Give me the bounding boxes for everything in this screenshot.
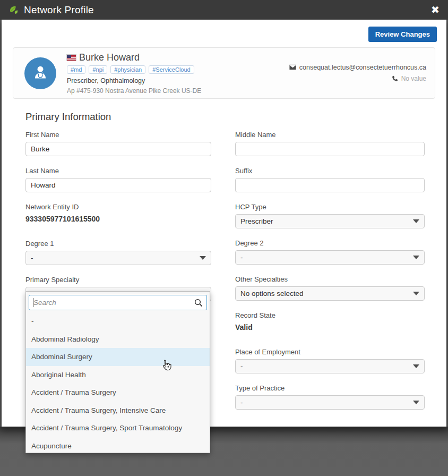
- modal-titlebar: Network Profile ✖: [0, 0, 448, 20]
- field-degree-1: Degree 1 -: [25, 240, 211, 265]
- specialty-search-input[interactable]: [29, 295, 207, 310]
- tag-servicecloud: #ServiceCloud: [149, 65, 194, 74]
- other-specialties-select[interactable]: No options selected: [235, 286, 425, 301]
- record-state-label: Record State: [235, 311, 425, 319]
- primary-specialty-dropdown-panel: - Abdominal Radiology Abdominal Surgery …: [25, 291, 210, 453]
- tag-md: #md: [67, 65, 85, 74]
- us-flag-icon: [67, 55, 76, 61]
- actions-row: Review Changes: [2, 20, 446, 45]
- degree-1-value: -: [31, 254, 33, 262]
- middle-name-input[interactable]: [235, 142, 425, 156]
- phone-line: No value: [289, 75, 426, 82]
- caret-down-icon: [413, 364, 419, 368]
- other-specialties-value: No options selected: [240, 290, 304, 298]
- window-title: Network Profile: [24, 4, 94, 16]
- avatar: [24, 57, 56, 89]
- field-other-specialties: Other Specialties No options selected: [235, 275, 425, 301]
- field-network-entity-id: Network Entity ID 933305977101615500: [25, 203, 211, 223]
- other-specialties-label: Other Specialties: [235, 275, 425, 283]
- profile-header-card: Burke Howard #md #npi #physician #Servic…: [13, 47, 435, 99]
- field-place-of-employment: Place of Employment -: [235, 348, 425, 373]
- caret-down-icon: [200, 256, 206, 260]
- caret-down-icon: [413, 401, 419, 404]
- specialty-option[interactable]: Accident / Trauma Surgery, Sport Traumat…: [26, 419, 210, 437]
- suffix-label: Suffix: [235, 167, 425, 175]
- handset-icon: [391, 75, 398, 82]
- email-line: consequat.lectus@consectetuerrhoncus.ca: [289, 64, 426, 71]
- last-name-label: Last Name: [25, 167, 211, 175]
- profile-phone: No value: [401, 75, 426, 82]
- profile-main: Burke Howard #md #npi #physician #Servic…: [67, 52, 201, 95]
- network-entity-id-value: 933305977101615500: [25, 215, 211, 223]
- type-of-practice-select[interactable]: -: [235, 395, 425, 410]
- profile-email: consequat.lectus@consectetuerrhoncus.ca: [299, 64, 426, 71]
- degree-2-value: -: [240, 253, 243, 261]
- specialty-option-list: - Abdominal Radiology Abdominal Surgery …: [26, 312, 210, 453]
- section-title: Primary Information: [25, 111, 425, 123]
- place-of-employment-select[interactable]: -: [235, 359, 425, 373]
- close-icon[interactable]: ✖: [431, 5, 440, 15]
- primary-information-form: First Name Last Name Network Entity ID 9…: [25, 131, 425, 420]
- profile-contact: consequat.lectus@consectetuerrhoncus.ca …: [289, 64, 426, 82]
- degree-2-select[interactable]: -: [235, 250, 425, 265]
- first-name-label: First Name: [25, 131, 211, 139]
- caret-down-icon: [413, 219, 419, 223]
- type-of-practice-label: Type of Practice: [235, 384, 425, 392]
- specialty-option[interactable]: -: [26, 312, 210, 330]
- place-of-employment-label: Place of Employment: [235, 348, 425, 356]
- specialty-option[interactable]: Acupuncture: [26, 437, 210, 454]
- review-changes-button[interactable]: Review Changes: [368, 27, 437, 42]
- tag-npi: #npi: [89, 65, 107, 74]
- profile-address: Ap #475-930 Nostra Avenue Pike Creek US-…: [67, 87, 201, 95]
- tag-physician: #physician: [110, 65, 145, 74]
- envelope-icon: [289, 64, 296, 71]
- type-of-practice-value: -: [240, 398, 243, 406]
- suffix-input[interactable]: [235, 178, 425, 192]
- specialty-option[interactable]: Aboriginal Health: [26, 366, 210, 384]
- specialty-option-highlighted[interactable]: Abdominal Surgery: [26, 348, 210, 366]
- profile-tags: #md #npi #physician #ServiceCloud: [67, 65, 201, 74]
- specialty-option[interactable]: Abdominal Radiology: [26, 330, 210, 348]
- place-of-employment-value: -: [240, 362, 243, 370]
- specialty-option[interactable]: Accident / Trauma Surgery, Intensive Car…: [26, 402, 210, 420]
- field-hcp-type: HCP Type Prescriber: [235, 203, 425, 228]
- leaf-icon: [8, 5, 19, 15]
- first-name-input[interactable]: [25, 142, 211, 156]
- field-middle-name: Middle Name: [235, 131, 425, 156]
- field-degree-2: Degree 2 -: [235, 239, 425, 265]
- middle-name-label: Middle Name: [235, 131, 425, 139]
- doctor-icon: [30, 62, 50, 84]
- degree-1-select[interactable]: -: [25, 251, 211, 265]
- field-primary-specialty: Primary Specialty - -: [25, 276, 211, 301]
- field-last-name: Last Name: [25, 167, 211, 192]
- text-caret: [33, 298, 33, 307]
- degree-2-label: Degree 2: [235, 239, 425, 247]
- record-state-value: Valid: [235, 323, 425, 332]
- hcp-type-value: Prescriber: [240, 217, 273, 225]
- field-type-of-practice: Type of Practice -: [235, 384, 425, 410]
- caret-down-icon: [413, 256, 419, 259]
- field-first-name: First Name: [25, 131, 211, 156]
- network-profile-modal: Review Changes Burke Howard #md #npi: [2, 20, 446, 427]
- degree-1-label: Degree 1: [25, 240, 211, 248]
- last-name-input[interactable]: [25, 178, 211, 192]
- field-record-state: Record State Valid: [235, 311, 425, 332]
- caret-down-icon: [413, 292, 419, 295]
- magnifier-icon: [194, 299, 203, 307]
- specialty-search-wrap: [26, 292, 210, 312]
- specialty-option[interactable]: Accident / Trauma Surgery: [26, 384, 210, 402]
- hcp-type-select[interactable]: Prescriber: [235, 214, 425, 228]
- field-suffix: Suffix: [235, 167, 425, 192]
- profile-role: Prescriber, Ophthalmology: [67, 77, 201, 84]
- profile-name: Burke Howard: [79, 52, 140, 63]
- hcp-type-label: HCP Type: [235, 203, 425, 211]
- network-entity-id-label: Network Entity ID: [25, 203, 211, 211]
- primary-specialty-label: Primary Specialty: [25, 276, 211, 284]
